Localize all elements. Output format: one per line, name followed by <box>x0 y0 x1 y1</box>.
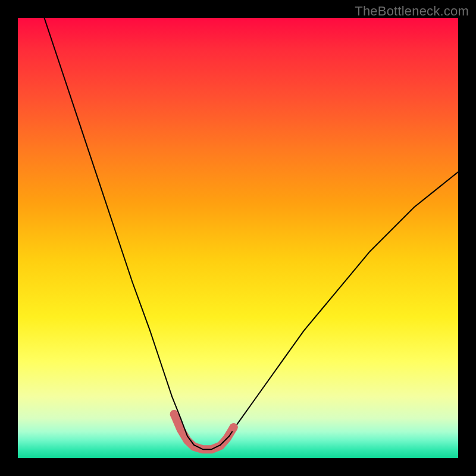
highlight-endpoint <box>230 423 238 431</box>
chart-svg <box>18 18 458 458</box>
highlight-band <box>174 414 234 449</box>
watermark-text: TheBottleneck.com <box>355 4 469 19</box>
bottleneck-curve <box>44 18 458 449</box>
highlight-endpoint <box>170 410 178 418</box>
chart-frame: TheBottleneck.com <box>0 0 476 476</box>
